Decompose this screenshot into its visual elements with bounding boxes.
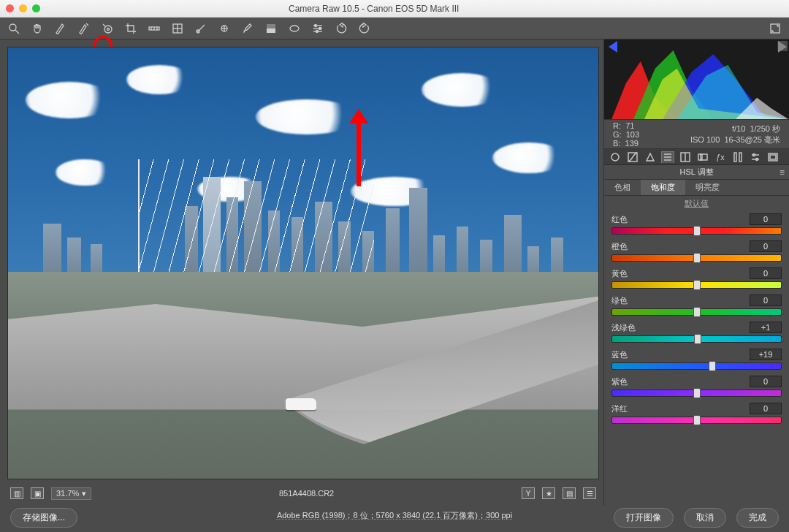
targeted-adjustment-tool-icon[interactable] xyxy=(101,22,114,35)
slider-greens: 绿色0 xyxy=(611,294,782,316)
slider-thumb-reds[interactable] xyxy=(693,226,701,236)
slider-thumb-greens[interactable] xyxy=(693,307,701,317)
close-window[interactable] xyxy=(6,4,14,12)
titlebar: Camera Raw 10.5 - Canon EOS 5D Mark III xyxy=(0,0,789,18)
adjustment-brush-tool-icon[interactable] xyxy=(241,22,254,35)
rating-icon[interactable]: ★ xyxy=(542,487,555,499)
subtab-hue[interactable]: 色相 xyxy=(604,180,641,195)
cancel-button[interactable]: 取消 xyxy=(684,508,726,528)
settings-sliders-icon[interactable]: ☰ xyxy=(583,487,596,499)
straighten-tool-icon[interactable] xyxy=(148,22,161,35)
slider-value-purples[interactable]: 0 xyxy=(750,376,782,387)
white-balance-tool-icon[interactable] xyxy=(54,22,67,35)
slider-track-aquas[interactable] xyxy=(611,335,782,343)
slider-label-oranges: 橙色 xyxy=(611,241,628,252)
preferences-tool-icon[interactable] xyxy=(311,22,324,35)
chevron-down-icon: ▾ xyxy=(82,489,86,498)
svg-point-3 xyxy=(107,28,110,30)
slider-thumb-aquas[interactable] xyxy=(694,334,701,344)
slider-value-reds[interactable]: 0 xyxy=(750,213,782,225)
slider-thumb-blues[interactable] xyxy=(709,361,716,371)
slider-track-oranges[interactable] xyxy=(611,254,782,262)
zoom-tool-icon[interactable] xyxy=(7,22,20,35)
defaults-link[interactable]: 默认值 xyxy=(604,196,789,210)
svg-point-17 xyxy=(290,26,299,31)
slider-track-greens[interactable] xyxy=(611,308,782,316)
main-area: ▥ ▣ 31.7%▾ 851A4408.CR2 Y ★ ▤ ☰ xyxy=(0,39,789,506)
slider-track-blues[interactable] xyxy=(611,362,782,370)
slider-track-purples[interactable] xyxy=(611,390,782,397)
hand-tool-icon[interactable] xyxy=(31,22,44,35)
filmstrip-bar: ▥ ▣ 31.7%▾ 851A4408.CR2 Y ★ ▤ ☰ xyxy=(7,484,599,503)
rotate-ccw-icon[interactable] xyxy=(335,22,348,35)
slider-thumb-oranges[interactable] xyxy=(693,253,701,263)
slider-oranges: 橙色0 xyxy=(611,240,782,262)
radial-filter-tool-icon[interactable] xyxy=(288,22,301,35)
tab-lens-icon[interactable] xyxy=(696,151,709,163)
histogram[interactable] xyxy=(604,39,789,120)
slider-value-yellows[interactable]: 0 xyxy=(750,267,782,279)
slider-stack: 红色0橙色0黄色0绿色0浅绿色+1蓝色+19紫色0洋红0 xyxy=(604,210,789,431)
slider-value-greens[interactable]: 0 xyxy=(750,294,782,306)
tab-snapshots-icon[interactable] xyxy=(766,151,780,163)
slider-thumb-magentas[interactable] xyxy=(693,415,701,425)
spot-removal-tool-icon[interactable] xyxy=(194,22,207,35)
slider-value-aquas[interactable]: +1 xyxy=(750,322,782,333)
done-button[interactable]: 完成 xyxy=(736,508,779,528)
tab-hsl-icon[interactable] xyxy=(661,151,674,163)
before-after-icon[interactable]: Y xyxy=(522,487,535,499)
panel-menu-icon[interactable]: ≡ xyxy=(780,167,785,178)
right-panel: R: 71 G: 103 B: 139 f/10 1/250 秒 ISO 100… xyxy=(603,39,789,506)
svg-rect-40 xyxy=(734,153,736,162)
tab-presets-icon[interactable] xyxy=(749,151,762,163)
subtab-saturation[interactable]: 饱和度 xyxy=(641,180,685,195)
tab-detail-icon[interactable] xyxy=(644,151,657,163)
svg-point-0 xyxy=(9,24,16,31)
transform-tool-icon[interactable] xyxy=(171,22,184,35)
tab-curve-icon[interactable] xyxy=(626,151,639,163)
window-controls xyxy=(6,4,40,12)
maximize-window[interactable] xyxy=(32,4,40,12)
red-eye-tool-icon[interactable] xyxy=(218,22,231,35)
tab-fx-icon[interactable]: ƒx xyxy=(714,151,727,163)
svg-line-1 xyxy=(15,30,19,34)
app-frame: ▥ ▣ 31.7%▾ 851A4408.CR2 Y ★ ▤ ☰ xyxy=(0,18,789,532)
slider-thumb-yellows[interactable] xyxy=(693,280,701,290)
grid-view-icon[interactable]: ▥ xyxy=(10,487,23,499)
save-image-button[interactable]: 存储图像... xyxy=(10,508,77,528)
slider-track-reds[interactable] xyxy=(611,227,782,235)
svg-point-2 xyxy=(104,26,112,33)
zoom-select[interactable]: 31.7%▾ xyxy=(51,487,91,500)
single-view-icon[interactable]: ▣ xyxy=(31,487,44,499)
image-canvas[interactable] xyxy=(7,47,599,479)
slider-track-magentas[interactable] xyxy=(611,417,782,424)
slider-thumb-purples[interactable] xyxy=(693,388,701,398)
open-image-button[interactable]: 打开图像 xyxy=(614,508,674,528)
fullscreen-icon[interactable] xyxy=(769,22,782,35)
crop-tool-icon[interactable] xyxy=(124,22,137,35)
tab-split-icon[interactable] xyxy=(679,151,692,163)
subtab-luminance[interactable]: 明亮度 xyxy=(685,180,730,195)
slider-label-reds: 红色 xyxy=(611,214,628,225)
mark-icon[interactable]: ▤ xyxy=(563,487,576,499)
rotate-cw-icon[interactable] xyxy=(358,22,371,35)
image-pane: ▥ ▣ 31.7%▾ 851A4408.CR2 Y ★ ▤ ☰ xyxy=(0,39,603,506)
slider-blues: 蓝色+19 xyxy=(611,349,782,370)
slider-label-purples: 紫色 xyxy=(611,376,628,387)
slider-yellows: 黄色0 xyxy=(611,267,782,289)
svg-rect-47 xyxy=(770,155,776,159)
slider-value-blues[interactable]: +19 xyxy=(750,349,782,360)
minimize-window[interactable] xyxy=(19,4,27,12)
tab-basic-icon[interactable] xyxy=(609,151,622,163)
color-sampler-tool-icon[interactable] xyxy=(77,22,91,35)
slider-purples: 紫色0 xyxy=(611,376,782,397)
slider-track-yellows[interactable] xyxy=(611,281,782,289)
toolbar xyxy=(0,18,789,39)
svg-rect-16 xyxy=(267,24,275,28)
zoom-value: 31.7% xyxy=(56,489,79,498)
graduated-filter-tool-icon[interactable] xyxy=(264,22,278,35)
slider-value-oranges[interactable]: 0 xyxy=(750,240,782,252)
tab-calibration-icon[interactable] xyxy=(731,151,744,163)
slider-reds: 红色0 xyxy=(611,213,782,235)
slider-value-magentas[interactable]: 0 xyxy=(750,403,782,414)
